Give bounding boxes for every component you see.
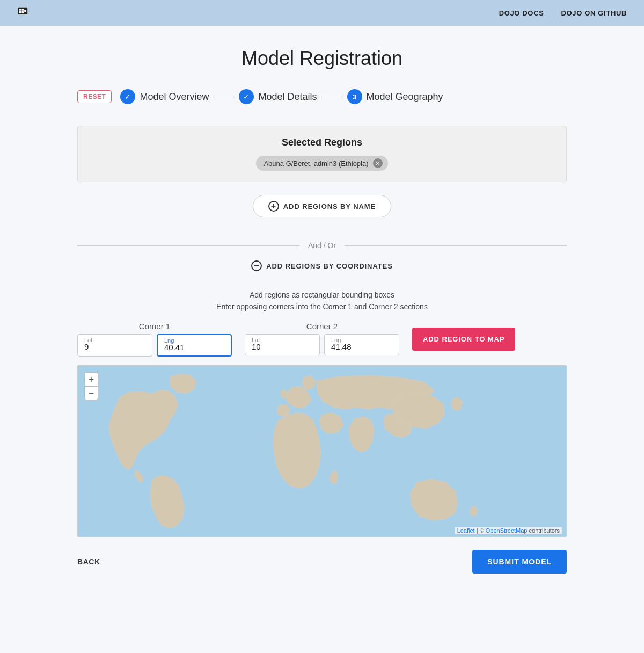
stepper: RESET ✓ Model Overview ✓ Model Details 3… [77,89,567,104]
step-connector-2 [321,97,343,97]
selected-regions-title: Selected Regions [91,137,553,148]
corner2-lng-wrapper: Lng [324,334,399,355]
step2-check-icon: ✓ [239,89,254,104]
map-attribution: Leaflet | © OpenStreetMap contributors [455,527,562,534]
divider-line-left [77,245,299,246]
svg-rect-4 [21,11,24,13]
corner1-group: Corner 1 Lat Lng [77,322,232,357]
step-model-geography: 3 Model Geography [347,89,443,104]
plus-circle-icon: + [268,201,279,212]
divider-line-right [345,245,567,246]
corner1-lng-label: Lng [164,337,174,344]
corner2-inputs: Lat Lng [245,334,399,355]
coords-desc1: Add regions as rectangular bounding boxe… [77,291,567,299]
corner2-lat-label: Lat [252,337,260,343]
svg-rect-3 [21,9,24,11]
svg-rect-5 [24,10,26,12]
add-by-coords-label: ADD REGIONS BY COORDINATES [266,262,393,270]
add-by-name-button[interactable]: + ADD REGIONS BY NAME [253,195,391,217]
svg-rect-2 [19,11,21,13]
docs-link[interactable]: DOJO DOCS [499,9,544,17]
add-by-name-label: ADD REGIONS BY NAME [283,202,376,211]
corner1-title: Corner 1 [139,322,170,331]
step2-label: Model Details [258,91,317,103]
back-button[interactable]: BACK [77,557,100,566]
divider-text: And / Or [308,241,336,250]
step-model-details: ✓ Model Details [239,89,317,104]
list-item: Abuna G/Beret, admin3 (Ethiopia) ✕ [256,156,387,171]
brand-logo [17,4,43,21]
zoom-out-button[interactable]: − [84,386,98,400]
corner1-lng-input[interactable] [164,343,224,352]
page-title: Model Registration [77,47,567,70]
corner2-lng-label: Lng [331,337,341,343]
attribution-separator: | © [477,527,486,534]
leaflet-link[interactable]: Leaflet [457,527,475,534]
osm-link[interactable]: OpenStreetMap [486,527,528,534]
coords-desc2: Enter opposing corners into the Corner 1… [77,302,567,311]
step-model-overview: ✓ Model Overview [120,89,209,104]
corner1-lat-label: Lat [84,337,92,343]
world-map-svg [78,366,566,536]
corners-row: Corner 1 Lat Lng Corner 2 Lat [77,322,567,357]
corner1-lat-wrapper: Lat [77,334,152,357]
minus-circle-icon: − [251,260,262,271]
corner2-lat-input[interactable] [252,342,313,351]
navbar-links: DOJO DOCS DOJO ON GITHUB [499,9,627,17]
corner1-inputs: Lat Lng [77,334,232,357]
zoom-in-button[interactable]: + [84,372,98,386]
add-region-to-map-button[interactable]: ADD REGION TO MAP [412,328,515,351]
step-connector-1 [213,97,235,97]
step1-label: Model Overview [140,91,209,103]
attribution-suffix: contributors [529,527,560,534]
submit-model-button[interactable]: SUBMIT MODEL [472,550,567,574]
chip-label: Abuna G/Beret, admin3 (Ethiopia) [264,159,368,168]
footer-row: BACK SUBMIT MODEL [77,550,567,574]
step1-check-icon: ✓ [120,89,135,104]
corner1-lng-wrapper: Lng [157,334,232,357]
map-controls: + − [84,372,98,400]
corner2-lng-input[interactable] [331,342,392,351]
selected-regions-box: Selected Regions Abuna G/Beret, admin3 (… [77,126,567,182]
add-by-coords-button[interactable]: − ADD REGIONS BY COORDINATES [251,260,393,271]
github-link[interactable]: DOJO ON GITHUB [561,9,627,17]
corner2-group: Corner 2 Lat Lng [245,322,399,355]
step3-num-icon: 3 [347,89,362,104]
reset-button[interactable]: RESET [77,90,112,103]
main-content: Model Registration RESET ✓ Model Overvie… [64,26,580,606]
navbar: DOJO DOCS DOJO ON GITHUB [0,0,644,26]
map-container: + − [77,365,567,537]
corner2-lat-wrapper: Lat [245,334,320,355]
divider: And / Or [77,241,567,250]
chip-close-button[interactable]: ✕ [373,158,383,168]
svg-rect-1 [19,9,21,11]
step3-label: Model Geography [367,91,443,103]
corner1-lat-input[interactable] [84,342,145,351]
regions-chips: Abuna G/Beret, admin3 (Ethiopia) ✕ [91,156,553,171]
dojo-logo-icon [17,4,43,21]
corner2-title: Corner 2 [306,322,338,331]
